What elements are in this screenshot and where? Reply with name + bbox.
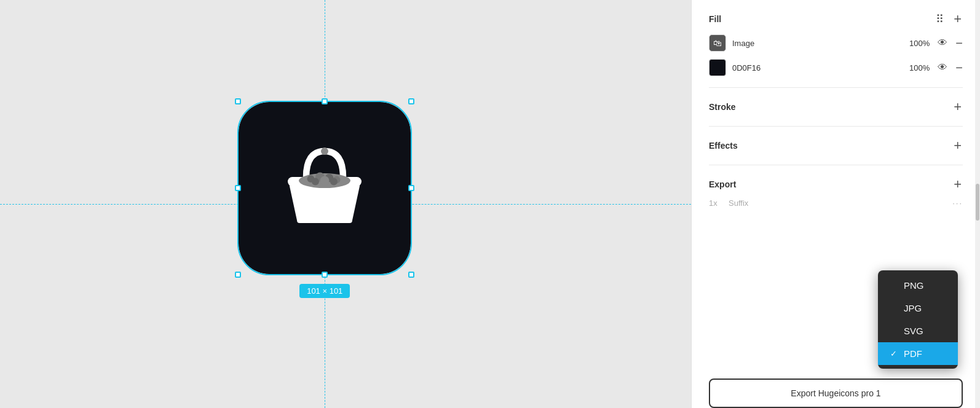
stroke-actions: +: [952, 99, 963, 115]
app-icon: [239, 102, 411, 274]
export-row: 1x Suffix ···: [709, 198, 963, 208]
format-jpg[interactable]: JPG: [878, 297, 958, 320]
export-title: Export: [709, 179, 736, 189]
handle-top-mid[interactable]: [322, 98, 328, 104]
fill-color-opacity: 100%: [905, 63, 930, 73]
export-more-button[interactable]: ···: [952, 198, 963, 208]
fill-image-remove[interactable]: −: [955, 37, 963, 49]
pdf-check: ✓: [890, 349, 899, 358]
handle-bottom-left[interactable]: [235, 272, 241, 278]
fill-color-remove[interactable]: −: [955, 61, 963, 74]
pdf-label: PDF: [904, 348, 922, 359]
export-header: Export +: [709, 176, 963, 192]
fill-image-visibility[interactable]: 👁: [936, 37, 949, 49]
handle-mid-right[interactable]: [408, 185, 414, 191]
format-png[interactable]: PNG: [878, 274, 958, 297]
handle-mid-left[interactable]: [235, 185, 241, 191]
effects-header: Effects +: [709, 138, 963, 154]
svg-point-7: [312, 178, 319, 186]
icon-wrapper: 101 × 101: [239, 102, 411, 298]
png-label: PNG: [904, 280, 924, 291]
stroke-add-button[interactable]: +: [952, 99, 963, 115]
fill-add-button[interactable]: +: [952, 11, 963, 27]
jpg-label: JPG: [904, 303, 922, 313]
format-pdf[interactable]: ✓ PDF: [878, 342, 958, 365]
icon-selection[interactable]: [239, 102, 411, 274]
export-add-button[interactable]: +: [952, 176, 963, 192]
handle-top-right[interactable]: [408, 98, 414, 104]
fill-title: Fill: [709, 14, 721, 24]
fill-image-thumb[interactable]: 🛍: [709, 34, 726, 52]
bucket-svg: [269, 133, 380, 243]
fill-color-thumb[interactable]: [709, 59, 726, 76]
export-scale: 1x: [709, 198, 724, 208]
fill-image-label: Image: [732, 39, 899, 48]
stroke-title: Stroke: [709, 102, 736, 112]
effects-section: Effects +: [709, 127, 963, 165]
effects-add-button[interactable]: +: [952, 138, 963, 154]
dimensions-label: 101 × 101: [299, 284, 350, 298]
svg-label: SVG: [904, 326, 923, 336]
handle-top-left[interactable]: [235, 98, 241, 104]
format-svg[interactable]: SVG: [878, 320, 958, 342]
svg-point-1: [321, 147, 328, 155]
fill-actions: ⠿ +: [935, 11, 963, 27]
handle-bottom-right[interactable]: [408, 272, 414, 278]
fill-grid-button[interactable]: ⠿: [935, 12, 945, 26]
fill-header: Fill ⠿ +: [709, 11, 963, 27]
export-section: Export + 1x Suffix ···: [709, 165, 963, 219]
fill-color-visibility[interactable]: 👁: [936, 62, 949, 73]
svg-point-9: [330, 178, 338, 186]
stroke-section: Stroke +: [709, 88, 963, 127]
fill-row-image: 🛍 Image 100% 👁 −: [709, 34, 963, 52]
svg-point-8: [320, 176, 330, 186]
fill-section: Fill ⠿ + 🛍 Image 100% 👁 − 0D0F16 100% 👁: [709, 0, 963, 88]
scrollbar-thumb[interactable]: [976, 184, 979, 221]
handle-bottom-mid[interactable]: [322, 272, 328, 278]
fill-color-label: 0D0F16: [732, 63, 899, 73]
canvas: 101 × 101: [0, 0, 691, 408]
export-suffix[interactable]: Suffix: [729, 198, 947, 208]
stroke-header: Stroke +: [709, 99, 963, 115]
export-actions: +: [952, 176, 963, 192]
export-button[interactable]: Export Hugeicons pro 1: [709, 379, 963, 408]
fill-image-opacity: 100%: [905, 39, 930, 48]
effects-actions: +: [952, 138, 963, 154]
export-button-row: Export Hugeicons pro 1: [692, 371, 980, 408]
effects-title: Effects: [709, 141, 738, 151]
right-panel: Fill ⠿ + 🛍 Image 100% 👁 − 0D0F16 100% 👁: [691, 0, 980, 408]
format-dropdown: PNG JPG SVG ✓ PDF: [878, 270, 958, 369]
fill-row-color: 0D0F16 100% 👁 −: [709, 59, 963, 76]
scrollbar-track[interactable]: [975, 0, 980, 408]
